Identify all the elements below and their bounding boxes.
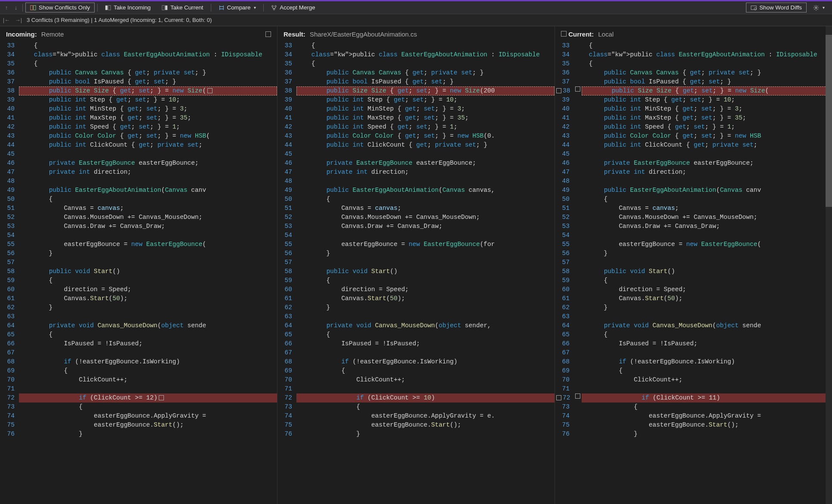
code-line[interactable]: 36 public Canvas Canvas { get; private s… — [277, 68, 555, 77]
code-line[interactable]: 65 { — [277, 330, 555, 339]
code-line[interactable]: 66 IsPaused = !IsPaused; — [277, 339, 555, 348]
code-line[interactable]: 75 easterEggBounce.Start(); — [277, 421, 555, 430]
code-line[interactable]: 37 public bool IsPaused { get; set; } — [555, 77, 832, 86]
code-line[interactable]: 47 private int direction; — [277, 168, 555, 177]
code-line[interactable]: 47 private int direction; — [0, 168, 277, 177]
code-line[interactable]: 63 — [277, 312, 555, 321]
code-line[interactable]: 49 public EasterEggAboutAnimation(Canvas… — [277, 186, 555, 195]
current-code[interactable]: 33 {34 class="kw">public class EasterEgg… — [555, 41, 832, 504]
take-incoming-button[interactable]: Take Incoming — [100, 3, 155, 12]
code-line[interactable]: 40 public int MinStep { get; set; } = 3; — [277, 104, 555, 114]
code-line[interactable]: 55 easterEggBounce = new EasterEggBounce… — [277, 240, 555, 249]
code-line[interactable]: 35 { — [277, 59, 555, 68]
code-line[interactable]: 57 — [555, 258, 832, 267]
code-line[interactable]: 65 { — [0, 330, 277, 339]
show-word-diffs-button[interactable]: Show Word Diffs — [746, 3, 807, 12]
code-line[interactable]: 69 { — [0, 366, 277, 375]
code-line[interactable]: 67 — [277, 348, 555, 357]
code-line[interactable]: 62 } — [555, 303, 832, 312]
code-line[interactable]: 34 class="kw">public class EasterEggAbou… — [555, 50, 832, 59]
code-line[interactable]: 68 if (!easterEggBounce.IsWorking) — [277, 357, 555, 366]
code-line[interactable]: 58 public void Start() — [277, 267, 555, 276]
code-line[interactable]: 54 — [0, 231, 277, 240]
code-line[interactable]: 69 { — [555, 366, 832, 375]
code-line[interactable]: 49 public EasterEggAboutAnimation(Canvas… — [0, 186, 277, 195]
code-line[interactable]: 51 Canvas = canvas; — [0, 204, 277, 213]
code-line[interactable]: 66 IsPaused = !IsPaused; — [555, 339, 832, 348]
code-line[interactable]: 45 — [0, 150, 277, 159]
accept-current-line-checkbox[interactable] — [575, 86, 580, 92]
code-line[interactable]: 50 { — [555, 195, 832, 204]
code-line[interactable]: 37 public bool IsPaused { get; set; } — [277, 77, 555, 86]
code-line[interactable]: 71 — [555, 384, 832, 393]
code-line[interactable]: 42 public int Speed { get; set; } = 1; — [277, 123, 555, 132]
code-line[interactable]: 38 public Size Size { get; set; } = new … — [0, 86, 277, 95]
code-line[interactable]: 67 — [0, 348, 277, 357]
code-line[interactable]: 58 public void Start() — [555, 267, 832, 276]
code-line[interactable]: 48 — [555, 177, 832, 186]
code-line[interactable]: 51 Canvas = canvas; — [277, 204, 555, 213]
accept-current-line-checkbox[interactable] — [556, 395, 561, 400]
code-line[interactable]: 70 ClickCount++; — [555, 375, 832, 384]
settings-button[interactable]: ▾ — [808, 3, 829, 12]
code-line[interactable]: 37 public bool IsPaused { get; set; } — [0, 77, 277, 86]
code-line[interactable]: 51 Canvas = canvas; — [555, 204, 832, 213]
code-line[interactable]: 43 public Color Color { get; set; } = ne… — [0, 132, 277, 141]
code-line[interactable]: 70 ClickCount++; — [277, 375, 555, 384]
accept-current-line-checkbox[interactable] — [556, 88, 561, 93]
code-line[interactable]: 43 public Color Color { get; set; } = ne… — [277, 132, 555, 141]
code-line[interactable]: 55 easterEggBounce = new EasterEggBounce… — [555, 240, 832, 249]
code-line[interactable]: 52 Canvas.MouseDown += Canvas_MouseDown; — [277, 213, 555, 222]
code-line[interactable]: 72 if (ClickCount >= 11) — [555, 393, 832, 403]
scroll-thumb[interactable] — [826, 35, 832, 207]
code-line[interactable]: 68 if (!easterEggBounce.IsWorking) — [0, 357, 277, 366]
code-line[interactable]: 66 IsPaused = !IsPaused; — [0, 339, 277, 348]
code-line[interactable]: 64 private void Canvas_MouseDown(object … — [0, 321, 277, 330]
code-line[interactable]: 60 direction = Speed; — [555, 285, 832, 294]
code-line[interactable]: 33 { — [555, 41, 832, 50]
code-line[interactable]: 62 } — [0, 303, 277, 312]
code-line[interactable]: 59 { — [277, 276, 555, 285]
code-line[interactable]: 57 — [277, 258, 555, 267]
code-line[interactable]: 56 } — [0, 249, 277, 258]
code-line[interactable]: 53 Canvas.Draw += Canvas_Draw; — [555, 222, 832, 231]
code-line[interactable]: 74 easterEggBounce.ApplyGravity = e. — [277, 412, 555, 421]
prev-conflict-icon[interactable]: ↑ — [3, 4, 10, 11]
result-code[interactable]: 33 {34 class="kw">public class EasterEgg… — [277, 41, 555, 504]
code-line[interactable]: 48 — [277, 177, 555, 186]
accept-merge-button[interactable]: Accept Merge — [266, 3, 320, 12]
code-line[interactable]: 35 { — [555, 59, 832, 68]
code-line[interactable]: 33 { — [277, 41, 555, 50]
code-line[interactable]: 45 — [277, 150, 555, 159]
code-line[interactable]: 63 — [0, 312, 277, 321]
code-line[interactable]: 42 public int Speed { get; set; } = 1; — [555, 123, 832, 132]
code-line[interactable]: 76 } — [555, 430, 832, 439]
code-line[interactable]: 64 private void Canvas_MouseDown(object … — [277, 321, 555, 330]
vertical-scrollbar[interactable] — [826, 26, 832, 504]
code-line[interactable]: 34 class="kw">public class EasterEggAbou… — [277, 50, 555, 59]
code-line[interactable]: 33 { — [0, 41, 277, 50]
incoming-code[interactable]: 33 {34 class="kw">public class EasterEgg… — [0, 41, 277, 504]
code-line[interactable]: 61 Canvas.Start(50); — [555, 294, 832, 303]
code-line[interactable]: 68 if (!easterEggBounce.IsWorking) — [555, 357, 832, 366]
code-line[interactable]: 44 public int ClickCount { get; private … — [0, 141, 277, 150]
compare-button[interactable]: Compare ▾ — [214, 3, 261, 12]
code-line[interactable]: 44 public int ClickCount { get; private … — [555, 141, 832, 150]
code-line[interactable]: 52 Canvas.MouseDown += Canvas_MouseDown; — [0, 213, 277, 222]
code-line[interactable]: 36 public Canvas Canvas { get; private s… — [555, 68, 832, 77]
code-line[interactable]: 53 Canvas.Draw += Canvas_Draw; — [277, 222, 555, 231]
code-line[interactable]: 59 { — [0, 276, 277, 285]
code-line[interactable]: 44 public int ClickCount { get; private … — [277, 141, 555, 150]
code-line[interactable]: 46 private EasterEggBounce easterEggBoun… — [555, 159, 832, 168]
code-line[interactable]: 34 class="kw">public class EasterEggAbou… — [0, 50, 277, 59]
code-line[interactable]: 74 easterEggBounce.ApplyGravity = — [555, 412, 832, 421]
code-line[interactable]: 70 ClickCount++; — [0, 375, 277, 384]
code-line[interactable]: 52 Canvas.MouseDown += Canvas_MouseDown; — [555, 213, 832, 222]
code-line[interactable]: 73 { — [555, 403, 832, 412]
code-line[interactable]: 46 private EasterEggBounce easterEggBoun… — [0, 159, 277, 168]
code-line[interactable]: 56 } — [555, 249, 832, 258]
accept-incoming-line-checkbox[interactable] — [207, 88, 213, 93]
code-line[interactable]: 71 — [0, 384, 277, 393]
code-line[interactable]: 46 private EasterEggBounce easterEggBoun… — [277, 159, 555, 168]
code-line[interactable]: 73 { — [277, 403, 555, 412]
